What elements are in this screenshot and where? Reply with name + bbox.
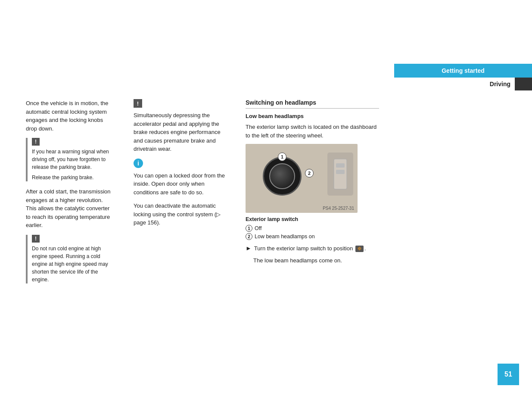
- warning-text-1a: If you hear a warning signal when drivin…: [32, 148, 112, 171]
- arrow-icon: ►: [246, 245, 252, 252]
- header-bar: Getting started Driving: [394, 64, 532, 90]
- svg-rect-1: [336, 163, 345, 168]
- content: Once the vehicle is in motion, the autom…: [0, 99, 532, 290]
- badge-2: 2: [305, 169, 314, 177]
- image-caption: PS4 25-2527-31: [323, 206, 354, 211]
- intro-text: Once the vehicle is in motion, the autom…: [26, 99, 112, 133]
- warning-text-2a: Do not run cold engine at high engine sp…: [32, 245, 112, 283]
- warning-icon-1: !: [32, 138, 40, 146]
- warning-box-1: ! If you hear a warning signal when driv…: [26, 138, 112, 181]
- middle-column: ! Simultaneously depressing the accelera…: [121, 99, 237, 290]
- legend-num-2: 2: [246, 233, 252, 240]
- subsection-title: Low beam headlamps: [246, 113, 379, 119]
- lamp-switch-image: 1 2 PS4 25-2527-31: [246, 144, 358, 213]
- instruction-text: Turn the exterior lamp switch to positio…: [254, 244, 366, 253]
- header-getting-started: Getting started: [394, 64, 532, 78]
- legend-item-1: 1 Off: [246, 225, 379, 232]
- info-standalone-icon: i: [134, 159, 143, 168]
- dial-outer: [263, 157, 302, 196]
- legend-text-1: Off: [255, 225, 261, 231]
- lamp-side: [327, 153, 353, 196]
- warning-standalone-icon: !: [134, 99, 142, 108]
- page: Getting started Driving 51 Once the vehi…: [0, 0, 532, 411]
- ext-lamp-label: Exterior lamp switch: [246, 216, 379, 222]
- warning-box-2: ! Do not run cold engine at high engine …: [26, 235, 112, 283]
- middle-warning-text: Simultaneously depressing the accelerato…: [134, 111, 228, 153]
- warning-icon-2: !: [32, 235, 40, 243]
- lamp-position-icon: 🔅: [355, 246, 364, 252]
- result-text: The low beam headlamps come on.: [253, 256, 379, 265]
- warning-text-1b: Release the parking brake.: [32, 174, 112, 181]
- header-driving-block: [515, 78, 532, 90]
- instruction: ► Turn the exterior lamp switch to posit…: [246, 244, 379, 253]
- left-column: Once the vehicle is in motion, the autom…: [0, 99, 121, 290]
- badge-1: 1: [278, 153, 286, 161]
- middle-info-text2: You can deactivate the automatic locking…: [134, 202, 228, 227]
- instruction-text-main: Turn the exterior lamp switch to positio…: [254, 245, 353, 252]
- legend-num-1: 1: [246, 225, 252, 232]
- header-driving: Driving: [394, 78, 532, 90]
- after-cold-start-text: After a cold start, the transmission eng…: [26, 187, 112, 230]
- page-number: 51: [498, 364, 519, 385]
- right-intro-text: The exterior lamp switch is located on t…: [246, 123, 379, 140]
- header-driving-text: Driving: [485, 78, 515, 90]
- section-title: Switching on headlamps: [246, 99, 379, 109]
- legend-item-2: 2 Low beam headlamps on: [246, 233, 379, 240]
- right-column: Switching on headlamps Low beam headlamp…: [237, 99, 396, 290]
- legend-text-2: Low beam headlamps on: [255, 234, 315, 240]
- svg-rect-2: [336, 170, 345, 174]
- lamp-side-svg: [332, 157, 349, 191]
- middle-info-text1: You can open a locked door from the insi…: [134, 171, 228, 197]
- dial-inner: [269, 163, 295, 189]
